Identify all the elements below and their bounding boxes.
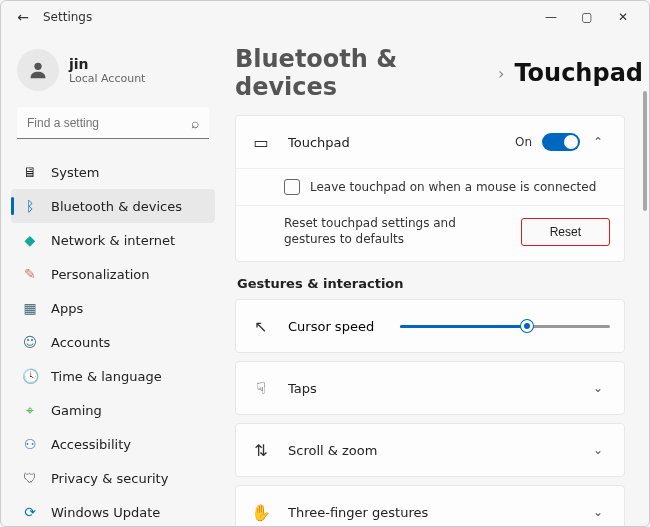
tap-icon: ☟	[250, 379, 272, 398]
nav-time-language[interactable]: 🕓Time & language	[11, 359, 215, 393]
leave-on-row[interactable]: Leave touchpad on when a mouse is connec…	[236, 168, 624, 205]
nav-label: Gaming	[51, 403, 102, 418]
touchpad-icon: ▭	[250, 133, 272, 152]
nav-label: Time & language	[51, 369, 162, 384]
title-bar: ← Settings — ▢ ✕	[1, 1, 649, 33]
nav-network[interactable]: ◆Network & internet	[11, 223, 215, 257]
gaming-icon: ⌖	[21, 401, 39, 419]
avatar	[17, 49, 59, 91]
update-icon: ⟳	[21, 503, 39, 521]
nav-personalization[interactable]: ✎Personalization	[11, 257, 215, 291]
touchpad-panel: ▭ Touchpad On ⌃ Leave touchpad on when a…	[235, 115, 625, 262]
scroll-zoom-panel[interactable]: ⇅ Scroll & zoom ⌄	[235, 423, 625, 477]
accessibility-icon: ⚇	[21, 435, 39, 453]
chevron-up-icon[interactable]: ⌃	[586, 135, 610, 149]
nav-windows-update[interactable]: ⟳Windows Update	[11, 495, 215, 527]
clock-icon: 🕓	[21, 367, 39, 385]
search-input[interactable]	[17, 107, 209, 139]
brush-icon: ✎	[21, 265, 39, 283]
maximize-button[interactable]: ▢	[569, 3, 605, 31]
page-title: Touchpad	[514, 59, 643, 87]
chevron-down-icon: ⌄	[586, 505, 610, 519]
chevron-down-icon: ⌄	[586, 381, 610, 395]
nav-label: System	[51, 165, 99, 180]
nav-apps[interactable]: ▦Apps	[11, 291, 215, 325]
scroll-label: Scroll & zoom	[288, 443, 580, 458]
touchpad-label: Touchpad	[288, 135, 515, 150]
cursor-speed-label: Cursor speed	[288, 319, 374, 334]
nav-label: Personalization	[51, 267, 150, 282]
bluetooth-icon: ᛒ	[21, 197, 39, 215]
breadcrumb: Bluetooth & devices › Touchpad	[235, 45, 643, 101]
gestures-heading: Gestures & interaction	[237, 276, 643, 291]
three-finger-label: Three-finger gestures	[288, 505, 580, 520]
three-finger-panel[interactable]: ✋ Three-finger gestures ⌄	[235, 485, 625, 526]
person-icon	[27, 59, 49, 81]
sidebar: jin Local Account ⌕ 🖥System ᛒBluetooth &…	[1, 33, 221, 526]
leave-on-label: Leave touchpad on when a mouse is connec…	[310, 180, 596, 194]
cursor-speed-slider[interactable]	[400, 318, 610, 334]
shield-icon: 🛡	[21, 469, 39, 487]
svg-point-0	[34, 63, 41, 70]
close-button[interactable]: ✕	[605, 3, 641, 31]
cursor-icon: ↖	[250, 317, 272, 336]
minimize-button[interactable]: —	[533, 3, 569, 31]
breadcrumb-parent[interactable]: Bluetooth & devices	[235, 45, 488, 101]
reset-button[interactable]: Reset	[521, 218, 610, 246]
content-area: Bluetooth & devices › Touchpad ▭ Touchpa…	[221, 33, 649, 526]
hand-icon: ✋	[250, 503, 272, 522]
nav-list: 🖥System ᛒBluetooth & devices ◆Network & …	[11, 155, 215, 527]
touchpad-toggle[interactable]	[542, 133, 580, 151]
chevron-right-icon: ›	[498, 64, 504, 83]
back-button[interactable]: ←	[9, 9, 37, 25]
nav-accessibility[interactable]: ⚇Accessibility	[11, 427, 215, 461]
wifi-icon: ◆	[21, 231, 39, 249]
taps-label: Taps	[288, 381, 580, 396]
nav-label: Network & internet	[51, 233, 175, 248]
leave-on-checkbox[interactable]	[284, 179, 300, 195]
nav-system[interactable]: 🖥System	[11, 155, 215, 189]
nav-bluetooth-devices[interactable]: ᛒBluetooth & devices	[11, 189, 215, 223]
window-title: Settings	[43, 10, 92, 24]
nav-label: Privacy & security	[51, 471, 168, 486]
user-subtitle: Local Account	[69, 72, 145, 85]
nav-label: Accounts	[51, 335, 110, 350]
system-icon: 🖥	[21, 163, 39, 181]
account-header[interactable]: jin Local Account	[17, 49, 209, 91]
scrollbar-thumb[interactable]	[643, 91, 647, 211]
nav-privacy[interactable]: 🛡Privacy & security	[11, 461, 215, 495]
nav-gaming[interactable]: ⌖Gaming	[11, 393, 215, 427]
reset-description: Reset touchpad settings and gestures to …	[284, 216, 509, 247]
reset-row: Reset touchpad settings and gestures to …	[236, 205, 624, 261]
touchpad-toggle-row[interactable]: ▭ Touchpad On ⌃	[236, 116, 624, 168]
nav-label: Accessibility	[51, 437, 131, 452]
search-box[interactable]: ⌕	[17, 107, 209, 139]
scroll-icon: ⇅	[250, 441, 272, 460]
apps-icon: ▦	[21, 299, 39, 317]
cursor-speed-row: ↖ Cursor speed	[236, 300, 624, 352]
cursor-speed-panel: ↖ Cursor speed	[235, 299, 625, 353]
nav-label: Windows Update	[51, 505, 160, 520]
chevron-down-icon: ⌄	[586, 443, 610, 457]
touchpad-state: On	[515, 135, 532, 149]
accounts-icon: ☺	[21, 333, 39, 351]
nav-label: Apps	[51, 301, 83, 316]
user-name: jin	[69, 56, 145, 72]
nav-accounts[interactable]: ☺Accounts	[11, 325, 215, 359]
taps-panel[interactable]: ☟ Taps ⌄	[235, 361, 625, 415]
nav-label: Bluetooth & devices	[51, 199, 182, 214]
search-icon: ⌕	[191, 115, 199, 131]
